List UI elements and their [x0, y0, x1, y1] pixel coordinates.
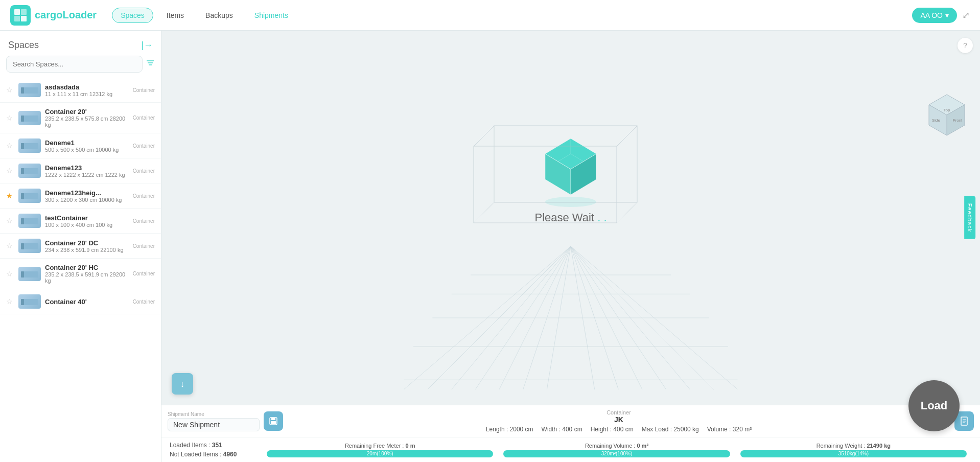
help-button[interactable]: ?	[958, 38, 973, 53]
svg-text:Top: Top	[944, 108, 950, 112]
svg-rect-12	[21, 143, 24, 149]
list-item[interactable]: ☆ Container 20' 235.2 x 238.5 x 575.8 cm…	[0, 103, 161, 133]
space-name: Deneme123	[45, 164, 129, 172]
space-info: Deneme123heig... 300 x 1200 x 300 cm 100…	[45, 189, 129, 203]
svg-rect-14	[21, 168, 24, 174]
scroll-down-button[interactable]: ↓	[172, 373, 193, 395]
list-item[interactable]: ☆ Deneme123 1222 x 1222 x 1222 cm 1222 k…	[0, 158, 161, 183]
space-dims: 300 x 1200 x 300 cm 10000 kg	[45, 197, 129, 203]
not-loaded-label: Not Loaded Items : 4960	[170, 451, 262, 458]
star-icon[interactable]: ☆	[6, 114, 14, 122]
star-icon[interactable]: ☆	[6, 297, 14, 306]
space-type: Container	[133, 87, 155, 93]
list-item[interactable]: ☆ testContainer 100 x 100 x 400 cm 100 k…	[0, 209, 161, 234]
volume-bar-label: 320m²(100%)	[503, 450, 730, 457]
sidebar-header: Spaces |→	[0, 31, 161, 56]
shipment-name-field: Shipment Name New Shipment	[168, 411, 260, 431]
space-info: Deneme1 500 x 500 x 500 cm 10000 kg	[45, 139, 129, 153]
star-icon[interactable]: ★	[6, 192, 14, 200]
save-button[interactable]	[264, 411, 283, 431]
free-meter-bar: 20m(100%)	[267, 450, 493, 457]
nav-backups[interactable]: Backups	[197, 8, 241, 22]
svg-rect-3	[21, 16, 27, 21]
space-name: testContainer	[45, 214, 129, 222]
svg-rect-18	[21, 218, 24, 224]
please-wait-text: Please Wait . .	[534, 211, 606, 224]
svg-text:Front: Front	[953, 118, 963, 123]
viewport-area: Please Wait . . Top Front Side ?	[161, 31, 980, 462]
container-name: JK	[614, 415, 623, 424]
list-item[interactable]: ☆ Container 40' Container	[0, 289, 161, 314]
star-icon[interactable]: ☆	[6, 142, 14, 150]
sidebar-collapse-button[interactable]: |→	[141, 40, 153, 51]
list-item[interactable]: ☆ Deneme1 500 x 500 x 500 cm 10000 kg Co…	[0, 133, 161, 158]
space-name: asdasdada	[45, 83, 129, 91]
expand-button[interactable]: ⤢	[962, 10, 970, 21]
space-info: asdasdada 11 x 111 x 11 cm 12312 kg	[45, 83, 129, 97]
weight-bar: 3510kg(14%)	[740, 450, 967, 457]
space-name: Container 20' DC	[45, 239, 129, 247]
remaining-weight-section: Remaining Weight : 21490 kg 3510kg(14%)	[735, 443, 972, 457]
space-info: Container 20' DC 234 x 238 x 591.9 cm 22…	[45, 239, 129, 253]
app-header: cargoLoader Spaces Items Backups Shipmen…	[0, 0, 980, 31]
orientation-cube[interactable]: Top Front Side	[924, 92, 970, 138]
header-right: AA OO ▾ ⤢	[912, 8, 970, 23]
feedback-tab[interactable]: Feedback	[964, 196, 975, 239]
list-item[interactable]: ★ Deneme123heig... 300 x 1200 x 300 cm 1…	[0, 183, 161, 209]
svg-line-58	[474, 202, 494, 223]
height-label: Height : 400 cm	[591, 426, 634, 433]
space-icon	[18, 239, 41, 253]
list-item[interactable]: ☆ asdasdada 11 x 111 x 11 cm 12312 kg Co…	[0, 78, 161, 103]
svg-rect-68	[271, 418, 275, 420]
space-dims: 1222 x 1222 x 1222 cm 1222 kg	[45, 172, 129, 178]
remaining-volume-label: Remaining Volume : 0 m²	[585, 443, 648, 449]
bottom-panel: Shipment Name New Shipment Container JK	[161, 405, 980, 462]
logo-text: cargoLoader	[35, 9, 97, 21]
remaining-weight-label: Remaining Weight : 21490 kg	[816, 443, 891, 449]
space-dims: 235.2 x 238.5 x 591.9 cm 29200 kg	[45, 271, 129, 284]
please-wait: Please Wait . .	[534, 211, 606, 224]
nav-shipments[interactable]: Shipments	[246, 8, 296, 22]
load-button[interactable]: Load	[908, 380, 960, 431]
user-menu-button[interactable]: AA OO ▾	[912, 8, 957, 23]
space-dims: 100 x 100 x 400 cm 100 kg	[45, 222, 129, 228]
star-icon[interactable]: ☆	[6, 270, 14, 278]
container-info-section: Container JK Length : 2000 cm Width : 40…	[287, 409, 950, 433]
search-area	[0, 56, 161, 78]
space-name: Deneme1	[45, 139, 129, 147]
star-icon[interactable]: ☆	[6, 217, 14, 225]
star-icon[interactable]: ☆	[6, 86, 14, 94]
search-input[interactable]	[6, 56, 143, 73]
remaining-volume-section: Remaining Volume : 0 m² 320m²(100%)	[498, 443, 735, 457]
list-item[interactable]: ☆ Container 20' DC 234 x 238 x 591.9 cm …	[0, 234, 161, 259]
space-icon	[18, 138, 41, 153]
space-icon	[18, 164, 41, 178]
logo-icon	[10, 5, 31, 26]
space-icon	[18, 111, 41, 125]
space-type: Container	[133, 168, 155, 174]
svg-rect-8	[21, 87, 24, 94]
space-info: testContainer 100 x 100 x 400 cm 100 kg	[45, 214, 129, 228]
container-section-label: Container	[606, 409, 631, 415]
space-icon	[18, 83, 41, 97]
svg-line-56	[474, 126, 494, 146]
sidebar: Spaces |→ ☆ asdasdada	[0, 31, 161, 462]
viewport-3d[interactable]: Please Wait . . Top Front Side ?	[161, 31, 980, 405]
star-icon[interactable]: ☆	[6, 242, 14, 250]
svg-rect-20	[21, 243, 24, 249]
main-layout: Spaces |→ ☆ asdasdada	[0, 31, 980, 462]
space-type: Container	[133, 143, 155, 149]
nav-spaces[interactable]: Spaces	[112, 8, 153, 23]
remaining-free-section: Remaining Free Meter : 0 m 20m(100%)	[262, 443, 498, 457]
space-icon	[18, 214, 41, 228]
shipment-name-label: Shipment Name	[168, 411, 260, 417]
svg-rect-16	[21, 193, 24, 199]
space-type: Container	[133, 243, 155, 249]
star-icon[interactable]: ☆	[6, 167, 14, 175]
filter-button[interactable]	[146, 58, 155, 70]
space-type: Container	[133, 193, 155, 199]
shipment-name-value: New Shipment	[168, 418, 260, 431]
nav-items[interactable]: Items	[158, 8, 192, 22]
max-load-label: Max Load : 25000 kg	[642, 426, 699, 433]
list-item[interactable]: ☆ Container 20' HC 235.2 x 238.5 x 591.9…	[0, 259, 161, 289]
